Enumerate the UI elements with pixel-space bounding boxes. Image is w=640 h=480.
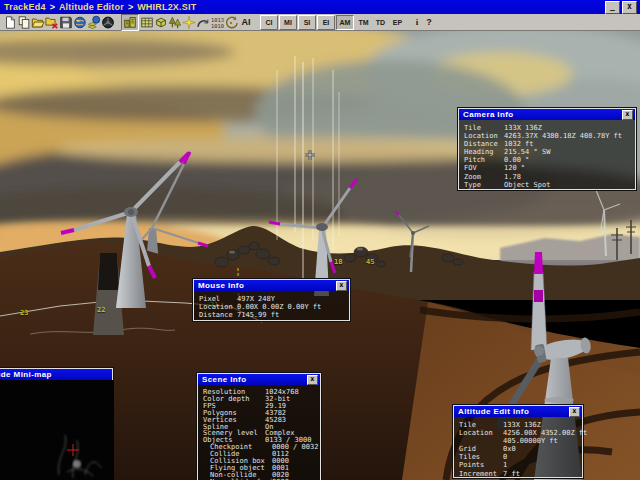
scene-info-panel: Scene Info x Resolution1024x768 Color de… (197, 373, 321, 480)
app-name: TrackEd4 (0, 2, 46, 12)
arc-curve-icon[interactable] (196, 15, 210, 30)
toggle-am[interactable]: AM (336, 15, 354, 30)
close-icon[interactable]: x (622, 110, 633, 120)
trees-icon[interactable] (168, 15, 182, 30)
svg-text:1010: 1010 (211, 22, 224, 28)
info-row: Distance1032 ft (464, 140, 635, 148)
panel-title-bar[interactable]: Mouse Info x (194, 280, 349, 291)
info-row: Tile133X 136Z (464, 124, 635, 132)
button-td[interactable]: TD (372, 16, 389, 29)
toggle-ci[interactable]: CI (260, 15, 278, 30)
button-ep[interactable]: EP (389, 16, 406, 29)
info-row: TypeObject Spot (464, 181, 635, 189)
button-tm[interactable]: TM (355, 16, 372, 29)
new-document-icon[interactable] (3, 15, 17, 30)
close-icon[interactable]: x (569, 407, 580, 417)
info-row: Distance7145.99 ft (199, 311, 349, 319)
info-row: Pitch0.00 ° (464, 156, 635, 164)
document-name: WHIRL2X.SIT (137, 2, 196, 12)
info-row: Location4256.00X 4352.00Z ft (459, 429, 582, 437)
info-row: FOV120 ° (464, 164, 635, 172)
altitude-minimap-panel: Altitude Mini-map (0, 368, 113, 480)
info-row: Tile133X 136Z (459, 421, 582, 429)
info-row: Increment7 ft (459, 470, 582, 478)
info-row: Grid0x0 (459, 445, 582, 453)
digits-icon[interactable]: 10131010 (210, 15, 224, 30)
toolbar: 10131010 AI CI MI SI EI AM TM TD EP i ? (0, 14, 640, 31)
buildings-icon[interactable] (121, 14, 139, 31)
title-bar[interactable]: TrackEd4 > Altitude Editor > WHIRL2X.SIT… (0, 0, 640, 14)
minimize-button[interactable]: _ (605, 1, 620, 14)
grid-table-icon[interactable] (140, 15, 154, 30)
waypoint-label: 18 (334, 258, 342, 266)
waypoint-label: 22 (97, 306, 105, 314)
panel-title-bar[interactable]: Scene Info x (198, 374, 320, 385)
cube-3d-icon[interactable] (154, 15, 168, 30)
save-icon[interactable] (59, 15, 73, 30)
globe-icon[interactable] (73, 15, 87, 30)
toggle-mi[interactable]: MI (279, 15, 297, 30)
breadcrumb-separator: > (124, 2, 137, 12)
close-icon[interactable]: x (336, 281, 347, 291)
minimap-view[interactable] (0, 380, 114, 480)
close-button[interactable]: x (622, 1, 637, 14)
ai-button[interactable]: AI (238, 15, 254, 30)
info-row: Pixel497X 248Y (199, 295, 349, 303)
star-wand-icon[interactable] (182, 15, 196, 30)
open-folder-icon[interactable] (31, 15, 45, 30)
panel-title-bar[interactable]: Camera Info x (459, 109, 635, 120)
clock-arrow-icon[interactable] (224, 15, 238, 30)
info-button[interactable]: i (412, 15, 422, 30)
toggle-ei[interactable]: EI (317, 15, 335, 30)
toggle-si[interactable]: SI (298, 15, 316, 30)
info-row: Location4263.37X 4380.18Z 408.78Y ft (464, 132, 635, 140)
info-row: Heading215.54 ° SW (464, 148, 635, 156)
breadcrumb-separator: > (46, 2, 59, 12)
tracked4-window: 23 22 21 18 45 TrackEd4 > Altitude Edito… (0, 0, 640, 480)
info-row: Zoom1.78 (464, 173, 635, 181)
panel-title-bar[interactable]: Altitude Mini-map (0, 369, 112, 380)
info-row: 405.00000Y ft (459, 437, 582, 445)
info-row: Points1 (459, 461, 582, 469)
globe-layers-icon[interactable] (87, 15, 101, 30)
copy-icon[interactable] (17, 15, 31, 30)
panel-title-bar[interactable]: Altitude Edit Info x (454, 406, 582, 417)
close-icon[interactable]: x (307, 375, 318, 385)
altitude-edit-info-panel: Altitude Edit Info x Tile133X 136Z Locat… (453, 405, 583, 478)
help-button[interactable]: ? (422, 15, 436, 30)
import-folder-x-icon[interactable] (45, 15, 59, 30)
info-row: Tiles0 (459, 453, 582, 461)
info-row: Color depth32-bit (203, 396, 320, 403)
svg-text:1013: 1013 (211, 16, 224, 22)
waypoint-label: 23 (20, 309, 28, 317)
mouse-info-panel: Mouse Info x Pixel497X 248Y Location0.00… (193, 279, 350, 321)
editor-mode: Altitude Editor (59, 2, 124, 12)
camera-info-panel: Camera Info x Tile133X 136Z Location4263… (458, 108, 636, 190)
steering-wheel-icon[interactable] (101, 15, 115, 30)
info-row: Location0.00X 0.00Z 0.00Y ft (199, 303, 349, 311)
waypoint-label: 45 (366, 258, 374, 266)
